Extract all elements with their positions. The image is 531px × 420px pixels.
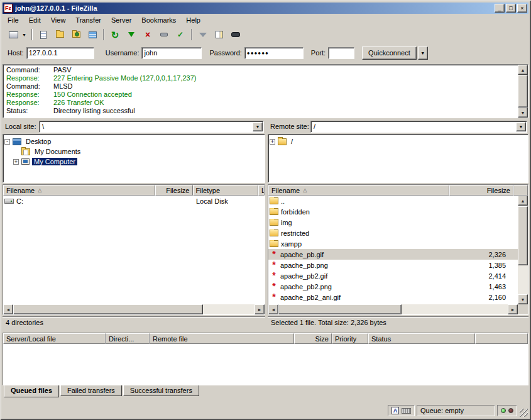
quickconnect-button[interactable]: Quickconnect xyxy=(362,47,417,60)
host-input[interactable] xyxy=(26,47,94,59)
menu-view[interactable]: View xyxy=(46,14,71,26)
scroll-right-icon[interactable]: ► xyxy=(255,304,265,314)
column-label: Remote file xyxy=(153,335,188,343)
message-log-toggle-button[interactable] xyxy=(36,28,51,41)
find-button[interactable] xyxy=(228,28,243,41)
reconnect-icon: ✓ xyxy=(177,30,183,39)
column-header-filesize[interactable]: Filesize xyxy=(155,185,193,196)
expand-icon[interactable]: + xyxy=(13,159,19,165)
file-size: 2,414 xyxy=(449,272,510,280)
menu-server[interactable]: Server xyxy=(106,14,136,26)
log-prefix: Response: xyxy=(6,91,53,99)
local-file-row[interactable]: C: Local Disk xyxy=(3,196,265,206)
remote-file-row[interactable]: *apache_pb2.gif 2,414 xyxy=(268,270,518,281)
scroll-right-icon[interactable]: ► xyxy=(508,304,518,314)
site-manager-dropdown[interactable]: ▼ xyxy=(20,28,28,41)
remote-file-row-selected[interactable]: *apache_pb.gif 2,326 xyxy=(268,249,518,260)
remote-horizontal-scrollbar[interactable]: ◄ ► xyxy=(268,304,518,314)
title-bar: Fz john@127.0.0.1 - FileZilla _ □ × xyxy=(3,3,528,14)
menu-help[interactable]: Help xyxy=(181,14,205,26)
site-manager-button[interactable] xyxy=(6,28,21,41)
column-header-size[interactable]: Size xyxy=(294,333,332,344)
scroll-down-icon[interactable]: ▼ xyxy=(518,294,528,304)
column-header-remote-file[interactable]: Remote file xyxy=(150,333,294,344)
local-horizontal-scrollbar[interactable]: ◄ ► xyxy=(3,304,265,314)
scroll-left-icon[interactable]: ◄ xyxy=(3,304,13,314)
local-tree-toggle-button[interactable] xyxy=(52,28,67,41)
column-header-filetype[interactable]: Filetype xyxy=(193,185,259,196)
drive-icon xyxy=(4,199,14,204)
remote-file-row[interactable]: restricted xyxy=(268,228,518,238)
compare-button[interactable] xyxy=(212,28,227,41)
open-folder-icon xyxy=(278,138,287,145)
remote-file-row[interactable]: img xyxy=(268,217,518,228)
scroll-down-icon[interactable]: ▼ xyxy=(518,108,528,118)
file-name: restricted xyxy=(281,229,309,237)
tree-item-my-computer[interactable]: + My Computer xyxy=(4,157,263,167)
process-queue-button[interactable] xyxy=(124,28,139,41)
tree-item-desktop[interactable]: - Desktop xyxy=(4,136,263,146)
tab-successful-transfers[interactable]: Successful transfers xyxy=(123,385,199,396)
close-button[interactable]: × xyxy=(517,4,527,13)
cancel-button[interactable]: × xyxy=(140,28,155,41)
remote-file-row[interactable]: *apache_pb2.png 1,463 xyxy=(268,281,518,292)
filter-button[interactable] xyxy=(195,28,211,41)
remote-site-combo[interactable]: / ▼ xyxy=(310,121,527,133)
username-input[interactable] xyxy=(141,47,202,59)
local-site-combo[interactable]: \ ▼ xyxy=(39,121,264,133)
menu-transfer[interactable]: Transfer xyxy=(70,14,106,26)
expand-icon[interactable]: + xyxy=(270,139,275,145)
remote-site-row: Remote site: / ▼ xyxy=(268,120,528,133)
remote-file-row[interactable]: xampp xyxy=(268,238,518,249)
reconnect-button[interactable]: ✓ xyxy=(173,28,188,41)
scroll-left-icon[interactable]: ◄ xyxy=(268,304,278,314)
combo-dropdown-icon[interactable]: ▼ xyxy=(253,122,263,131)
tree-item-my-documents[interactable]: My Documents xyxy=(4,146,263,157)
combo-dropdown-icon[interactable]: ▼ xyxy=(516,122,526,131)
maximize-button[interactable]: □ xyxy=(506,4,516,13)
column-header-filename[interactable]: Filename△ xyxy=(268,185,449,196)
password-input[interactable] xyxy=(244,47,304,59)
column-header-status[interactable]: Status xyxy=(368,333,475,344)
scroll-up-icon[interactable]: ▲ xyxy=(518,65,528,75)
tab-failed-transfers[interactable]: Failed transfers xyxy=(60,385,122,396)
remote-file-row[interactable]: forbidden xyxy=(268,206,518,217)
remote-tree-toggle-button[interactable] xyxy=(68,28,84,41)
queue-body[interactable] xyxy=(3,344,528,385)
filezilla-logo-icon[interactable]: Fz xyxy=(4,4,13,13)
remote-file-row[interactable]: *apache_pb2_ani.gif 2,160 xyxy=(268,292,518,302)
scroll-up-icon[interactable]: ▲ xyxy=(518,196,528,206)
collapse-icon[interactable]: - xyxy=(4,139,10,145)
file-name: apache_pb2_ani.gif xyxy=(280,294,341,301)
menu-edit[interactable]: Edit xyxy=(24,14,46,26)
scrollbar-thumb[interactable] xyxy=(518,206,528,265)
menu-file[interactable]: File xyxy=(3,14,24,26)
scrollbar-thumb[interactable] xyxy=(278,304,402,314)
tree-item-root[interactable]: + / xyxy=(270,136,527,146)
log-scrollbar[interactable]: ▲ ▼ xyxy=(518,65,528,118)
disconnect-button[interactable] xyxy=(156,28,172,41)
remote-vertical-scrollbar[interactable]: ▲ ▼ xyxy=(518,196,528,304)
minimize-button[interactable]: _ xyxy=(495,4,505,13)
remote-file-row[interactable]: *apache_pb.png 1,385 xyxy=(268,260,518,270)
column-header-lastmodified[interactable]: L xyxy=(258,185,265,196)
scrollbar-thumb[interactable] xyxy=(13,304,203,314)
remote-file-row[interactable]: .. xyxy=(268,196,518,206)
menu-bookmarks[interactable]: Bookmarks xyxy=(136,14,181,26)
process-queue-icon xyxy=(128,32,134,37)
tab-queued-files[interactable]: Queued files xyxy=(4,385,59,397)
column-header-filename[interactable]: Filename△ xyxy=(3,185,155,196)
resize-grip[interactable] xyxy=(520,409,528,417)
tree-label: Desktop xyxy=(24,138,53,145)
scrollbar-thumb[interactable] xyxy=(518,75,528,108)
column-header-filesize[interactable]: Filesize xyxy=(449,185,513,196)
column-header-server-local-file[interactable]: Server/Local file xyxy=(3,333,106,344)
quickconnect-dropdown[interactable]: ▼ xyxy=(418,47,428,60)
refresh-button[interactable]: ↻ xyxy=(107,28,123,41)
column-header-priority[interactable]: Priority xyxy=(332,333,368,344)
queue-toggle-button[interactable] xyxy=(85,28,100,41)
port-input[interactable] xyxy=(328,47,354,59)
toolbar-separator xyxy=(103,29,104,40)
filezilla-window: Fz john@127.0.0.1 - FileZilla _ □ × File… xyxy=(0,0,531,420)
column-header-direction[interactable]: Directi... xyxy=(106,333,150,344)
